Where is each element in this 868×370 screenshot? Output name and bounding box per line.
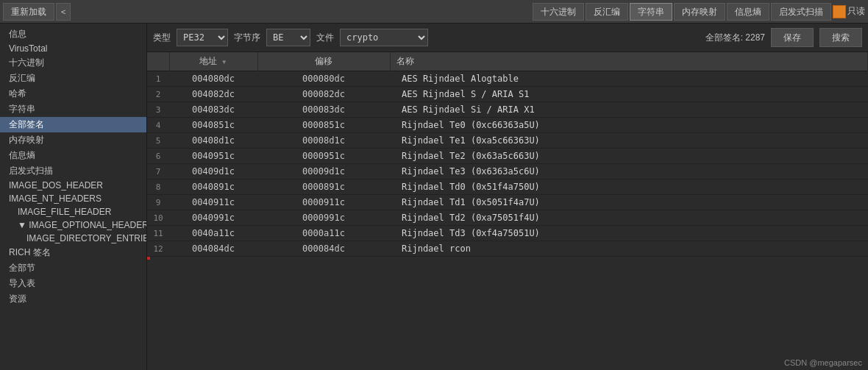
byteorder-select[interactable]: BE: [266, 29, 310, 46]
table-row[interactable]: 7 00409d1c 00009d1c Rijndael Te3 (0x6363…: [147, 164, 868, 179]
save-button[interactable]: 保存: [771, 28, 814, 47]
table-row[interactable]: 12 004084dc 000084dc Rijndael rcon: [147, 241, 868, 257]
cell-offset: 000080dc: [257, 71, 390, 87]
cell-name: AES Rijndael S / ARIA S1: [390, 87, 868, 102]
sidebar-item-9[interactable]: 启发式扫描: [0, 163, 146, 179]
cell-num: 7: [147, 164, 169, 179]
cell-offset: 00009d1c: [257, 164, 390, 179]
cell-offset: 0000891c: [257, 179, 390, 195]
cell-name: AES Rijndael Alogtable: [390, 71, 868, 87]
cell-addr: 004084dc: [169, 241, 257, 257]
table-row[interactable]: 9 0040911c 0000911c Rijndael Td1 (0x5051…: [147, 195, 868, 210]
color-indicator[interactable]: [833, 5, 846, 18]
table-row[interactable]: 1 004080dc 000080dc AES Rijndael Alogtab…: [147, 71, 868, 87]
cell-offset: 000084dc: [257, 241, 390, 257]
signatures-table: 地址 ▼ 偏移 名称 1 004080dc 000080dc: [147, 52, 868, 257]
cell-num: 1: [147, 71, 169, 87]
sidebar-item-11[interactable]: IMAGE_NT_HEADERS: [0, 192, 146, 205]
cell-addr: 0040991c: [169, 210, 257, 226]
cell-offset: 0000991c: [257, 210, 390, 226]
sidebar-item-2[interactable]: 十六进制: [0, 55, 146, 71]
table-header: 地址 ▼ 偏移 名称: [147, 52, 868, 71]
byteorder-label: 字节序: [234, 32, 260, 44]
cell-name: AES Rijndael Si / ARIA X1: [390, 102, 868, 118]
table-row[interactable]: 4 0040851c 0000851c Rijndael Te0 (0xc663…: [147, 118, 868, 133]
sidebar-item-6[interactable]: 全部签名: [0, 117, 146, 132]
file-select[interactable]: crypto: [340, 29, 428, 46]
sidebar-item-7[interactable]: 内存映射: [0, 132, 146, 148]
cell-name: Rijndael Te2 (0x63a5c663U): [390, 149, 868, 164]
cell-num: 10: [147, 210, 169, 226]
sidebar-item-16[interactable]: 全部节: [0, 260, 146, 276]
cell-addr: 004083dc: [169, 102, 257, 118]
cell-addr: 0040951c: [169, 149, 257, 164]
strings-button[interactable]: 字符串: [630, 3, 672, 21]
table-row[interactable]: 2 004082dc 000082dc AES Rijndael S / ARI…: [147, 87, 868, 102]
sidebar-item-18[interactable]: 资源: [0, 291, 146, 307]
cell-num: 8: [147, 179, 169, 195]
table-row[interactable]: 10 0040991c 0000991c Rijndael Td2 (0xa75…: [147, 210, 868, 226]
cell-name: Rijndael Te3 (0x6363a5c6U): [390, 164, 868, 179]
col-offset[interactable]: 偏移: [257, 52, 390, 71]
cell-num: 3: [147, 102, 169, 118]
file-label: 文件: [316, 32, 334, 44]
reload-button[interactable]: 重新加载: [3, 3, 54, 21]
cell-name: Rijndael Te1 (0xa5c66363U): [390, 133, 868, 149]
sidebar-item-13[interactable]: ▼ IMAGE_OPTIONAL_HEADER: [0, 218, 146, 232]
sidebar-item-1[interactable]: VirusTotal: [0, 42, 146, 55]
entropy-button[interactable]: 信息熵: [727, 3, 769, 21]
sidebar-item-15[interactable]: RICH 签名: [0, 245, 146, 260]
table-row[interactable]: 8 0040891c 0000891c Rijndael Td0 (0x51f4…: [147, 179, 868, 195]
sidebar-item-0[interactable]: 信息: [0, 26, 146, 42]
sidebar-item-17[interactable]: 导入表: [0, 276, 146, 291]
hex-button[interactable]: 十六进制: [533, 3, 584, 21]
readonly-label: 只读: [847, 5, 865, 18]
sidebar-item-12[interactable]: IMAGE_FILE_HEADER: [0, 205, 146, 218]
sidebar-item-8[interactable]: 信息熵: [0, 148, 146, 163]
cell-name: Rijndael Te0 (0xc66363a5U): [390, 118, 868, 133]
sidebar-item-4[interactable]: 哈希: [0, 86, 146, 102]
addr-sort-icon: ▼: [221, 59, 227, 65]
memmap-button[interactable]: 内存映射: [674, 3, 725, 21]
cell-addr: 004082dc: [169, 87, 257, 102]
col-num: [147, 52, 169, 71]
table-row[interactable]: 11 0040a11c 0000a11c Rijndael Td3 (0xf4a…: [147, 226, 868, 241]
cell-name: Rijndael Td2 (0xa75051f4U): [390, 210, 868, 226]
cell-addr: 004080dc: [169, 71, 257, 87]
back-button[interactable]: <: [56, 3, 71, 21]
sidebar-item-3[interactable]: 反汇编: [0, 71, 146, 86]
content-area: 类型 PE32 字节序 BE 文件 crypto 全部签名: 2287 保存 搜…: [147, 24, 868, 370]
search-button[interactable]: 搜索: [819, 28, 862, 47]
main-layout: 信息VirusTotal十六进制反汇编哈希字符串全部签名内存映射信息熵启发式扫描…: [0, 24, 868, 370]
table-row[interactable]: 5 00408d1c 00008d1c Rijndael Te1 (0xa5c6…: [147, 133, 868, 149]
cell-name: Rijndael Td0 (0x51f4a750U): [390, 179, 868, 195]
cell-name: Rijndael Td3 (0xf4a75051U): [390, 226, 868, 241]
disasm-button[interactable]: 反汇编: [586, 3, 628, 21]
cell-num: 9: [147, 195, 169, 210]
type-select[interactable]: PE32: [177, 29, 228, 46]
cell-num: 12: [147, 241, 169, 257]
cell-addr: 00408d1c: [169, 133, 257, 149]
sidebar-item-10[interactable]: IMAGE_DOS_HEADER: [0, 179, 146, 192]
cell-offset: 000083dc: [257, 102, 390, 118]
cell-name: Rijndael rcon: [390, 241, 868, 257]
cell-name: Rijndael Td1 (0x5051f4a7U): [390, 195, 868, 210]
cell-offset: 000082dc: [257, 87, 390, 102]
cell-addr: 0040a11c: [169, 226, 257, 241]
sidebar-item-14[interactable]: IMAGE_DIRECTORY_ENTRIES: [0, 232, 146, 245]
table-row[interactable]: 3 004083dc 000083dc AES Rijndael Si / AR…: [147, 102, 868, 118]
cell-offset: 0000911c: [257, 195, 390, 210]
startup-button[interactable]: 启发式扫描: [771, 3, 831, 21]
table-row[interactable]: 6 0040951c 0000951c Rijndael Te2 (0x63a5…: [147, 149, 868, 164]
total-label: 全部签名: 2287: [705, 32, 765, 44]
selection-box: [147, 257, 150, 260]
cell-num: 5: [147, 133, 169, 149]
col-name: 名称: [390, 52, 868, 71]
cell-num: 4: [147, 118, 169, 133]
cell-num: 11: [147, 226, 169, 241]
cell-addr: 0040851c: [169, 118, 257, 133]
cell-offset: 0000a11c: [257, 226, 390, 241]
table-container: 地址 ▼ 偏移 名称 1 004080dc 000080dc: [147, 52, 868, 370]
col-addr[interactable]: 地址 ▼: [169, 52, 257, 71]
sidebar-item-5[interactable]: 字符串: [0, 102, 146, 117]
